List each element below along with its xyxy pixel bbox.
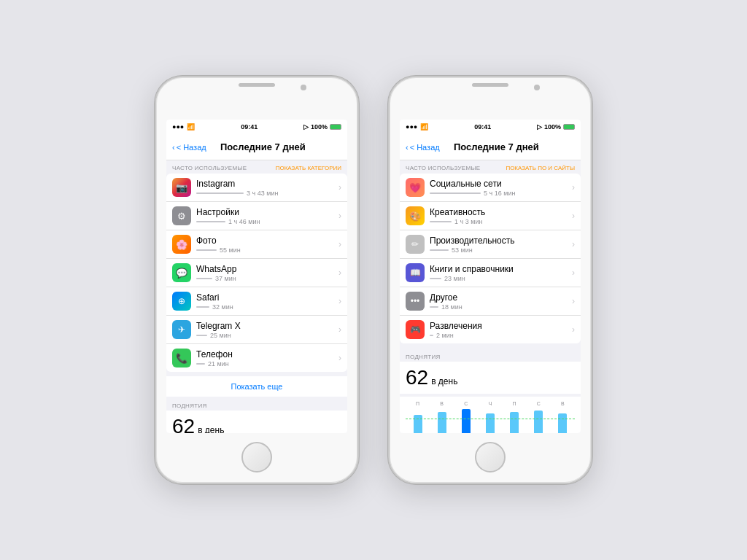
list-item-photos[interactable]: 🌸 Фото 55 мин › [166, 230, 347, 259]
productivity-info: Производительность 53 мин [430, 236, 572, 254]
whatsapp-bar: 37 мин [196, 275, 338, 282]
creative-name: Креативность [430, 207, 572, 217]
instagram-name: Instagram [196, 179, 338, 189]
phone-app-bar: 21 мин [196, 360, 338, 368]
bar-v2 [558, 413, 567, 433]
pickups-count-1: 62 в день [166, 411, 347, 433]
category-list-2: 💗 Социальные сети 5 ч 16 мин › 🎨 Креатив… [400, 174, 581, 343]
app-list-1: 📷 Instagram 3 ч 43 мин › ⚙ Настройки [166, 174, 347, 372]
wifi-icon-2: 📶 [420, 123, 428, 131]
books-icon: 📖 [406, 263, 425, 282]
section-action-1[interactable]: ПОКАЗАТЬ КАТЕГОРИИ [276, 165, 341, 171]
nav-bar-2: ‹ < Назад Последние 7 дней [400, 134, 581, 160]
books-chevron: › [572, 268, 575, 278]
productivity-bar-bg [430, 249, 449, 251]
phone-app-bar-bg [196, 363, 205, 365]
list-item-social[interactable]: 💗 Социальные сети 5 ч 16 мин › [400, 174, 581, 202]
telegram-info: Telegram X 25 мин [196, 321, 338, 339]
phone-top-bar-2 [390, 77, 591, 121]
pickups-title-1: ПОДНЯТИЯ [166, 400, 347, 411]
books-bar: 23 мин [430, 275, 572, 282]
pickups-number-2: 62 [406, 366, 428, 389]
bar-s2 [534, 411, 543, 433]
list-item-instagram[interactable]: 📷 Instagram 3 ч 43 мин › [166, 174, 347, 202]
settings-icon: ⚙ [172, 206, 191, 225]
books-name: Книги и справочники [430, 264, 572, 274]
telegram-time: 25 мин [210, 332, 231, 339]
instagram-info: Instagram 3 ч 43 мин [196, 179, 338, 197]
phone-bottom-1 [156, 432, 357, 483]
other-icon: ••• [406, 292, 425, 311]
creative-bar-bg [430, 221, 452, 222]
productivity-bar: 53 мин [430, 246, 572, 254]
wifi-icon-1: 📶 [187, 123, 195, 131]
telegram-name: Telegram X [196, 321, 338, 331]
chart-avg-line [406, 419, 575, 419]
other-chevron: › [572, 296, 575, 306]
home-button-2[interactable] [475, 442, 506, 472]
entertainment-bar: 2 мин [430, 332, 572, 339]
pickups-title-2: ПОДНЯТИЯ [400, 351, 581, 362]
bar-v [438, 412, 446, 433]
phone-app-chevron: › [338, 353, 341, 363]
list-item-whatsapp[interactable]: 💬 WhatsApp 37 мин › [166, 259, 347, 287]
pickups-count-2: 62 в день [400, 362, 581, 394]
whatsapp-icon: 💬 [172, 263, 191, 282]
instagram-bar-bg [196, 192, 244, 194]
phone-top-bar-1 [156, 77, 357, 121]
social-chevron: › [572, 182, 575, 192]
safari-bar: 32 мин [196, 303, 338, 311]
safari-time: 32 мин [212, 303, 233, 311]
screen-2: ●●● 📶 09:41 ▷ 100% ‹ < Назад Последние 7… [400, 120, 581, 433]
bar-ch [486, 413, 495, 433]
battery-2: 100% [544, 123, 561, 131]
entertainment-icon: 🎮 [406, 320, 425, 339]
location-icon-2: ▷ [537, 123, 542, 131]
battery-icon-1 [330, 124, 341, 130]
whatsapp-name: WhatsApp [196, 264, 338, 274]
other-info: Другое 18 мин [430, 292, 572, 311]
section-label-1: ЧАСТО ИСПОЛЬЗУЕМЫЕ [172, 165, 247, 171]
nav-back-2[interactable]: ‹ < Назад [406, 143, 440, 152]
show-more-button[interactable]: Показать еще [166, 376, 347, 397]
list-item-phone[interactable]: 📞 Телефон 21 мин › [166, 344, 347, 372]
list-item-books[interactable]: 📖 Книги и справочники 23 мин › [400, 259, 581, 287]
back-label-1: < Назад [177, 143, 206, 152]
battery-1: 100% [311, 123, 328, 131]
nav-title-2: Последние 7 дней [440, 141, 553, 152]
back-chevron-2: ‹ [406, 143, 409, 152]
list-item-entertainment[interactable]: 🎮 Развлечения 2 мин › [400, 316, 581, 343]
list-item-safari[interactable]: ⊕ Safari 32 мин › [166, 287, 347, 316]
instagram-time: 3 ч 43 мин [247, 190, 278, 197]
location-icon-1: ▷ [303, 123, 309, 131]
books-bar-bg [430, 278, 441, 279]
social-icon: 💗 [406, 178, 425, 197]
phone-2: ●●● 📶 09:41 ▷ 100% ‹ < Назад Последние 7… [388, 76, 592, 484]
home-button-1[interactable] [241, 442, 272, 472]
section-action-2[interactable]: ПОКАЗАТЬ ПО И САЙТЫ [506, 165, 575, 171]
list-item-productivity[interactable]: ✏ Производительность 53 мин › [400, 230, 581, 259]
settings-info: Настройки 1 ч 46 мин [196, 207, 338, 225]
other-bar: 18 мин [430, 303, 572, 311]
list-item-other[interactable]: ••• Другое 18 мин › [400, 287, 581, 316]
back-chevron-1: ‹ [172, 143, 175, 152]
photos-name: Фото [196, 236, 338, 246]
creative-info: Креативность 1 ч 3 мин [430, 207, 572, 225]
other-time: 18 мин [441, 303, 462, 311]
camera-1 [301, 85, 306, 90]
nav-back-1[interactable]: ‹ < Назад [172, 143, 206, 152]
safari-info: Safari 32 мин [196, 292, 338, 311]
bar-s1 [462, 409, 471, 433]
status-right-2: ▷ 100% [537, 123, 575, 131]
productivity-time: 53 мин [452, 246, 473, 254]
bar-chart-2: П В С Ч П С В [400, 397, 581, 433]
safari-bar-bg [196, 306, 209, 308]
social-name: Социальные сети [430, 179, 572, 189]
pickups-label-2: в день [431, 376, 457, 386]
list-item-telegram[interactable]: ✈ Telegram X 25 мин › [166, 316, 347, 344]
pickups-number-1: 62 [172, 415, 195, 433]
nav-title-1: Последние 7 дней [206, 141, 320, 152]
list-item-settings[interactable]: ⚙ Настройки 1 ч 46 мин › [166, 202, 347, 230]
list-item-creative[interactable]: 🎨 Креативность 1 ч 3 мин › [400, 202, 581, 230]
phones-container: ●●● 📶 09:41 ▷ 100% ‹ < Назад Последние 7… [155, 76, 592, 484]
